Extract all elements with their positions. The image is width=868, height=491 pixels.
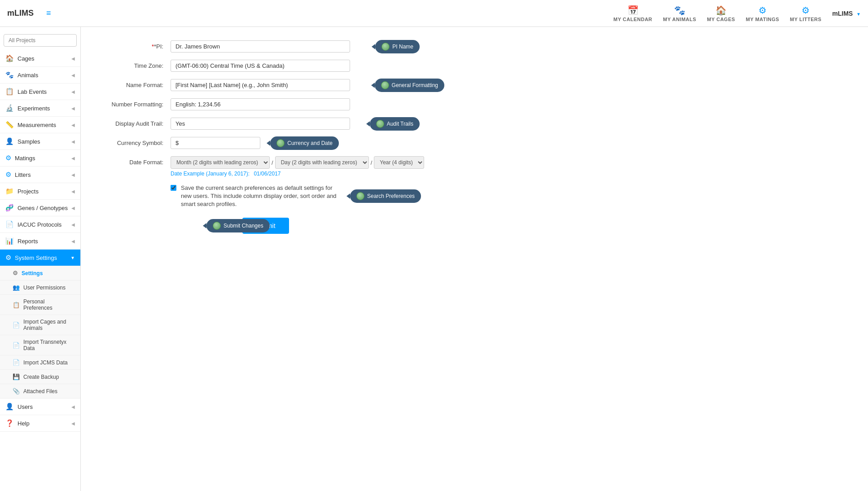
submenu-attached-files[interactable]: 📎 Attached Files	[0, 384, 80, 399]
project-search[interactable]	[4, 34, 77, 47]
sidebar-item-litters[interactable]: ⚙ Litters ◀	[0, 167, 80, 183]
audit-input[interactable]	[171, 118, 350, 130]
number-label: Number Formatting:	[99, 98, 171, 108]
lab-events-arrow-icon: ◀	[71, 89, 75, 94]
main-content: **PI: PI Name Time Zone: Name Format:	[81, 27, 868, 491]
matings-arrow-icon: ◀	[71, 156, 75, 161]
user-menu[interactable]: mLIMS ▼	[832, 10, 861, 17]
sidebar-item-experiments[interactable]: 🔬 Experiments ◀	[0, 100, 80, 117]
dateformat-label: Date Format:	[99, 156, 171, 166]
nav-litters[interactable]: ⚙ MY LITTERS	[790, 5, 821, 22]
cages-label: MY CAGES	[707, 17, 735, 22]
submenu-settings-label: Settings	[22, 270, 43, 276]
search-prefs-checkbox[interactable]	[171, 185, 176, 191]
attached-files-sub-icon: 📎	[13, 388, 20, 395]
date-year-select[interactable]: Year (4 digits)	[374, 156, 424, 169]
measurements-sidebar-icon: 📏	[5, 121, 14, 129]
projects-arrow-icon: ◀	[71, 189, 75, 194]
sidebar-item-iacuc-label: IACUC Protocols	[18, 221, 61, 228]
sidebar-item-help[interactable]: ❓ Help ◀	[0, 415, 80, 432]
sidebar-item-projects[interactable]: 📁 Projects ◀	[0, 183, 80, 200]
audit-input-wrap: Audit Trails	[171, 118, 350, 130]
experiments-arrow-icon: ◀	[71, 106, 75, 111]
animals-arrow-icon: ◀	[71, 73, 75, 78]
currency-tooltip-dot	[276, 139, 285, 147]
audit-trails-tooltip: Audit Trails	[370, 117, 420, 131]
sidebar-item-cages[interactable]: 🏠 Cages ◀	[0, 50, 80, 67]
submenu-import-jcms-label: Import JCMS Data	[23, 359, 68, 366]
submenu-import-cages[interactable]: 📄 Import Cages and Animals	[0, 315, 80, 335]
hamburger-menu[interactable]: ≡	[46, 9, 51, 18]
animals-icon: 🐾	[674, 5, 685, 16]
sidebar-item-matings[interactable]: ⚙ Matings ◀	[0, 150, 80, 167]
date-example: Date Example (January 6, 2017): 01/06/20…	[171, 171, 440, 177]
currency-date-tooltip: Currency and Date	[270, 136, 339, 150]
top-navigation: mLIMS ≡ 📅 MY CALENDAR 🐾 MY ANIMALS 🏠 MY …	[0, 0, 868, 27]
currency-label: Currency Symbol:	[99, 137, 171, 146]
sidebar-item-measurements-label: Measurements	[18, 122, 56, 128]
sidebar-item-users[interactable]: 👤 Users ◀	[0, 399, 80, 415]
submenu-import-transnetyx[interactable]: 📄 Import Transnetyx Data	[0, 335, 80, 355]
timezone-input[interactable]	[171, 60, 350, 72]
sidebar-item-samples[interactable]: 👤 Samples ◀	[0, 133, 80, 150]
sidebar-item-iacuc[interactable]: 📄 IACUC Protocols ◀	[0, 216, 80, 233]
sidebar-item-measurements[interactable]: 📏 Measurements ◀	[0, 117, 80, 133]
iacuc-arrow-icon: ◀	[71, 222, 75, 227]
nav-calendar[interactable]: 📅 MY CALENDAR	[614, 5, 653, 22]
date-day-select[interactable]: Day (2 digits with leading zeros)	[275, 156, 369, 169]
search-prefs-label: Save the current search preferences as d…	[181, 184, 342, 209]
measurements-arrow-icon: ◀	[71, 123, 75, 127]
sidebar-item-reports-label: Reports	[18, 238, 38, 245]
sidebar-item-animals-label: Animals	[18, 72, 38, 79]
submenu-user-permissions[interactable]: 👥 User Permissions	[0, 281, 80, 295]
reports-arrow-icon: ◀	[71, 239, 75, 244]
nav-animals[interactable]: 🐾 MY ANIMALS	[663, 5, 696, 22]
user-dropdown-arrow: ▼	[856, 12, 861, 17]
pi-row: **PI: PI Name	[99, 40, 850, 53]
iacuc-sidebar-icon: 📄	[5, 220, 14, 228]
sidebar: 🏠 Cages ◀ 🐾 Animals ◀ 📋 Lab Events ◀ 🔬 E…	[0, 27, 81, 491]
system-settings-submenu: ⚙ Settings 👥 User Permissions 📋 Personal…	[0, 266, 80, 399]
date-format-inputs: Month (2 digits with leading zeros) / Da…	[171, 156, 440, 169]
submenu-create-backup[interactable]: 💾 Create Backup	[0, 370, 80, 384]
submenu-import-jcms[interactable]: 📄 Import JCMS Data	[0, 355, 80, 370]
date-sep-1: /	[272, 159, 273, 166]
sidebar-item-projects-label: Projects	[18, 188, 39, 195]
sidebar-item-matings-label: Matings	[15, 155, 35, 162]
top-nav-items: 📅 MY CALENDAR 🐾 MY ANIMALS 🏠 MY CAGES ⚙ …	[614, 5, 822, 22]
sidebar-item-system-settings-label: System Settings	[15, 254, 57, 261]
genes-arrow-icon: ◀	[71, 206, 75, 210]
users-sidebar-icon: 👤	[5, 403, 14, 411]
nav-matings[interactable]: ⚙ MY MATINGS	[746, 5, 779, 22]
currency-input[interactable]	[171, 137, 260, 149]
create-backup-sub-icon: 💾	[13, 373, 20, 380]
pi-tooltip-dot	[381, 43, 390, 51]
submenu-personal-prefs[interactable]: 📋 Personal Preferences	[0, 295, 80, 315]
dateformat-row: Date Format: Month (2 digits with leadin…	[99, 156, 850, 177]
samples-arrow-icon: ◀	[71, 139, 75, 144]
sidebar-item-animals[interactable]: 🐾 Animals ◀	[0, 67, 80, 83]
pi-label: **PI:	[99, 40, 171, 50]
help-sidebar-icon: ❓	[5, 419, 14, 427]
date-month-select[interactable]: Month (2 digits with leading zeros)	[171, 156, 270, 169]
samples-sidebar-icon: 👤	[5, 137, 14, 145]
pi-input[interactable]	[171, 40, 350, 53]
cages-sidebar-icon: 🏠	[5, 54, 14, 62]
sidebar-item-lab-events[interactable]: 📋 Lab Events ◀	[0, 83, 80, 100]
sidebar-item-system-settings[interactable]: ⚙ System Settings ▼	[0, 250, 80, 266]
general-tooltip-dot	[381, 81, 389, 89]
number-input[interactable]	[171, 98, 350, 110]
user-permissions-sub-icon: 👥	[13, 284, 20, 291]
sidebar-item-reports[interactable]: 📊 Reports ◀	[0, 233, 80, 250]
submit-changes-tooltip: Submit Changes	[206, 219, 270, 232]
date-sep-2: /	[371, 159, 373, 166]
settings-sub-icon: ⚙	[13, 270, 18, 276]
sidebar-item-genes[interactable]: 🧬 Genes / Genotypes ◀	[0, 200, 80, 216]
nav-cages[interactable]: 🏠 MY CAGES	[707, 5, 735, 22]
nameformat-input[interactable]	[171, 79, 350, 91]
cages-arrow-icon: ◀	[71, 56, 75, 61]
sidebar-item-experiments-label: Experiments	[18, 105, 50, 112]
submenu-settings[interactable]: ⚙ Settings	[0, 266, 80, 281]
matings-sidebar-icon: ⚙	[5, 154, 11, 162]
submit-row: Submit Submit Changes	[99, 218, 850, 234]
